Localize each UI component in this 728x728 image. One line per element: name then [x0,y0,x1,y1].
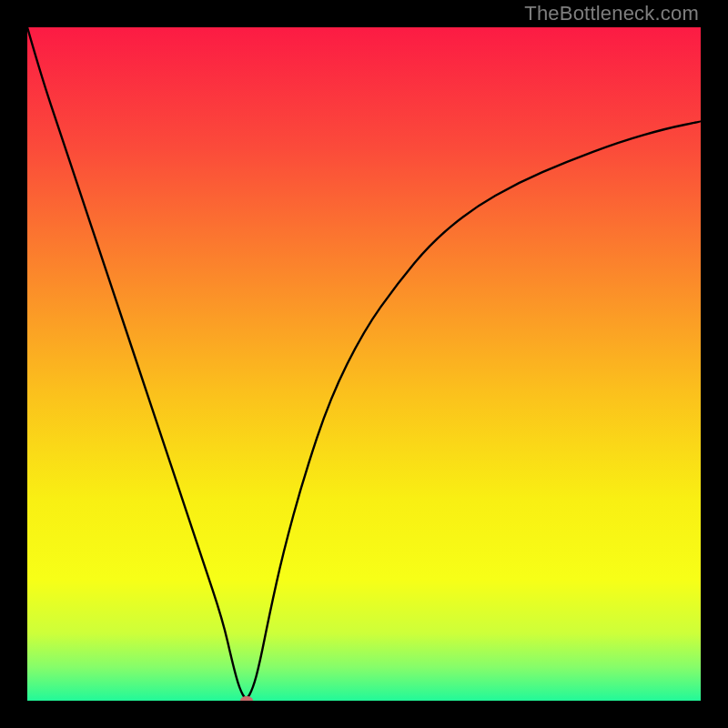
chart-frame: TheBottleneck.com [0,0,728,728]
watermark-label: TheBottleneck.com [524,2,699,25]
plot-area [27,27,701,701]
gradient-background [27,27,701,701]
chart-svg [27,27,701,701]
minimum-marker [240,696,253,701]
